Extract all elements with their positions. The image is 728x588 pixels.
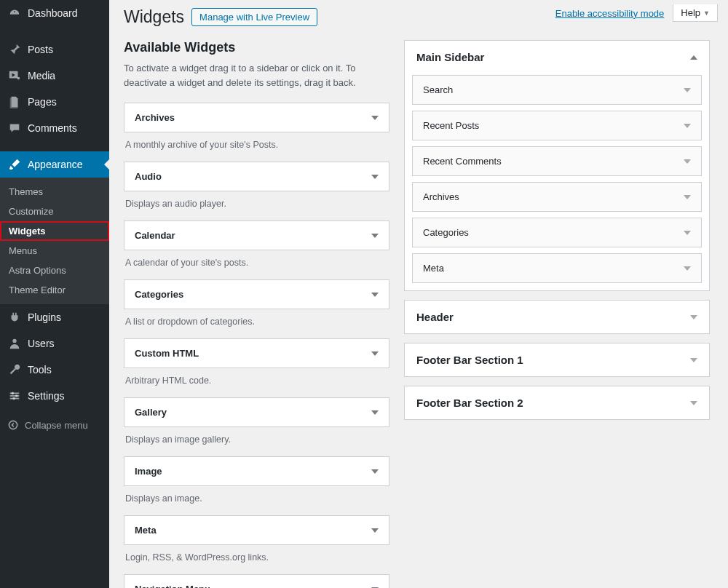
settings-icon (7, 389, 22, 403)
widget-image[interactable]: Image (124, 456, 389, 486)
widget-navigation-menu[interactable]: Navigation Menu (124, 574, 389, 588)
area-widget-search[interactable]: Search (412, 75, 702, 105)
area-title: Header (416, 311, 454, 323)
plug-icon (7, 310, 22, 325)
area-header-header[interactable]: Header (405, 301, 709, 333)
widget-label: Archives (135, 112, 175, 123)
chevron-down-icon (684, 195, 691, 199)
manage-live-preview-button[interactable]: Manage with Live Preview (191, 8, 317, 26)
help-label: Help (681, 7, 700, 18)
menu-tools[interactable]: Tools (0, 357, 109, 383)
menu-label: Settings (28, 390, 65, 402)
brush-icon (7, 157, 22, 172)
area-footer-bar-2: Footer Bar Section 2 (404, 386, 710, 420)
menu-plugins[interactable]: Plugins (0, 304, 109, 330)
widget-desc: Displays an image. (125, 493, 388, 504)
menu-posts[interactable]: Posts (0, 36, 109, 63)
menu-appearance[interactable]: Appearance (0, 151, 109, 178)
widget-custom-html[interactable]: Custom HTML (124, 338, 389, 368)
chevron-down-icon (684, 159, 691, 164)
submenu-themes[interactable]: Themes (0, 182, 109, 202)
widget-categories[interactable]: Categories (124, 279, 389, 309)
widget-label: Gallery (135, 407, 167, 418)
admin-content: Enable accessibility mode Help ▼ Widgets… (109, 0, 728, 588)
svg-point-9 (9, 421, 17, 429)
widget-label: Navigation Menu (135, 584, 210, 588)
widget-meta[interactable]: Meta (124, 515, 389, 545)
submenu-menus[interactable]: Menus (0, 241, 109, 261)
widget-audio[interactable]: Audio (124, 162, 389, 191)
submenu-astra-options[interactable]: Astra Options (0, 261, 109, 280)
area-main-sidebar: Main Sidebar Search Recent Posts Recent … (404, 40, 710, 291)
menu-label: Comments (28, 122, 77, 134)
submenu-customize[interactable]: Customize (0, 202, 109, 221)
area-widget-recent-posts[interactable]: Recent Posts (412, 111, 702, 140)
area-widget-meta[interactable]: Meta (412, 253, 702, 283)
chevron-down-icon: ▼ (703, 9, 710, 17)
widget-desc: Displays an audio player. (125, 199, 388, 209)
widget-label: Meta (135, 525, 157, 536)
svg-point-7 (15, 394, 18, 397)
area-header-footer-bar-2[interactable]: Footer Bar Section 2 (405, 386, 709, 419)
enable-accessibility-link[interactable]: Enable accessibility mode (555, 8, 665, 19)
available-widgets-column: Available Widgets To activate a widget d… (124, 40, 389, 588)
menu-comments[interactable]: Comments (0, 115, 109, 141)
chevron-down-icon (684, 124, 691, 128)
admin-sidebar: Dashboard Posts Media Pages Comments App… (0, 0, 109, 588)
chevron-down-icon (371, 469, 379, 474)
chevron-down-icon (684, 88, 691, 92)
top-links: Enable accessibility mode Help ▼ (555, 4, 718, 22)
widget-label: Calendar (135, 230, 175, 241)
area-header-main-sidebar[interactable]: Main Sidebar (405, 41, 709, 74)
chevron-down-icon (371, 116, 379, 120)
area-widget-label: Archives (423, 191, 459, 202)
area-title: Main Sidebar (416, 51, 484, 63)
chevron-down-icon (371, 293, 379, 297)
chevron-down-icon (690, 358, 697, 362)
widget-archives[interactable]: Archives (124, 103, 389, 132)
area-widget-categories[interactable]: Categories (412, 218, 702, 247)
widget-label: Custom HTML (135, 348, 199, 359)
menu-pages[interactable]: Pages (0, 89, 109, 115)
menu-settings[interactable]: Settings (0, 383, 109, 409)
area-widget-archives[interactable]: Archives (412, 182, 702, 212)
collapse-icon (7, 419, 19, 431)
area-widget-label: Recent Comments (423, 156, 502, 167)
menu-users[interactable]: Users (0, 330, 109, 357)
area-header-footer-bar-1[interactable]: Footer Bar Section 1 (405, 343, 709, 376)
area-widget-label: Search (423, 84, 453, 95)
collapse-label: Collapse menu (25, 420, 88, 431)
page-title: Widgets (124, 7, 184, 27)
help-tab[interactable]: Help ▼ (673, 4, 718, 22)
widget-calendar[interactable]: Calendar (124, 220, 389, 250)
svg-point-2 (12, 339, 16, 343)
pages-icon (7, 95, 22, 109)
menu-label: Dashboard (28, 7, 78, 19)
area-widget-label: Meta (423, 263, 444, 274)
area-title: Footer Bar Section 2 (416, 397, 523, 409)
widget-desc: Arbitrary HTML code. (125, 376, 388, 386)
svg-point-8 (12, 397, 15, 400)
widget-gallery[interactable]: Gallery (124, 397, 389, 427)
menu-label: Pages (28, 96, 57, 108)
widget-areas-column: Main Sidebar Search Recent Posts Recent … (404, 40, 710, 588)
chevron-down-icon (690, 401, 697, 405)
widget-desc: A monthly archive of your site's Posts. (125, 140, 388, 150)
chevron-down-icon (684, 231, 691, 235)
pin-icon (7, 42, 22, 57)
menu-dashboard[interactable]: Dashboard (0, 0, 109, 26)
chevron-down-icon (371, 410, 379, 415)
chevron-down-icon (371, 351, 379, 356)
menu-media[interactable]: Media (0, 63, 109, 89)
widget-desc: Login, RSS, & WordPress.org links. (125, 552, 388, 563)
area-widget-recent-comments[interactable]: Recent Comments (412, 146, 702, 176)
widget-label: Image (135, 466, 162, 477)
area-body-main-sidebar: Search Recent Posts Recent Comments Arch… (405, 75, 709, 290)
widget-desc: A list or dropdown of categories. (125, 317, 388, 327)
area-header: Header (404, 300, 710, 334)
chevron-down-icon (684, 266, 691, 271)
submenu-widgets[interactable]: Widgets (0, 221, 109, 241)
collapse-menu[interactable]: Collapse menu (0, 413, 109, 437)
submenu-theme-editor[interactable]: Theme Editor (0, 280, 109, 300)
user-icon (7, 336, 22, 351)
